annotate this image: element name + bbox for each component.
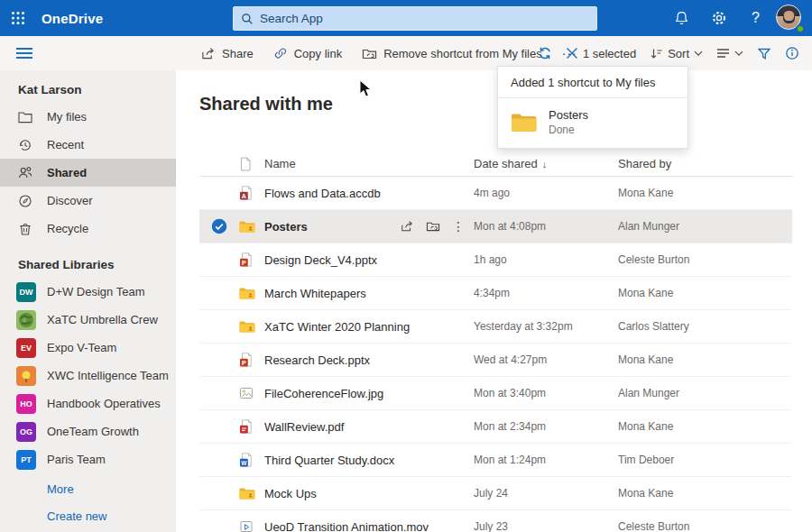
row-share-icon[interactable]	[400, 220, 414, 233]
toast-item-posters[interactable]: Posters Done	[498, 98, 687, 148]
shared-folder-icon	[239, 287, 264, 300]
file-shared-by: Mona Kane	[618, 187, 792, 199]
file-date: July 24	[474, 487, 618, 500]
settings-gear-icon[interactable]	[700, 0, 737, 36]
file-date: Mon at 4:08pm	[474, 220, 618, 233]
info-button[interactable]	[785, 46, 799, 60]
share-button[interactable]: Share	[200, 47, 254, 60]
toast-item-name: Posters	[549, 108, 588, 122]
file-row[interactable]: WallReview.pdf Mon at 2:34pm Mona Kane	[199, 410, 792, 444]
library-tile-initials: PT	[16, 450, 36, 470]
file-name: Third Quarter Study.docx	[264, 454, 394, 467]
topbar-right-icons: ?	[663, 0, 812, 36]
sidebar-item-discover[interactable]: Discover	[0, 187, 176, 215]
file-shared-by: Tim Deboer	[618, 454, 792, 466]
filter-button[interactable]	[757, 47, 771, 60]
toast-title: Added 1 shortcut to My files	[498, 67, 687, 98]
file-row[interactable]: Mock Ups July 24 Mona Kane	[199, 477, 792, 510]
file-list: Name Date shared↓ Shared by A Flows and …	[199, 151, 792, 532]
user-name: Kat Larson	[0, 78, 176, 103]
app-launcher-waffle-icon[interactable]	[0, 0, 36, 36]
library-paris-team[interactable]: PT Paris Team	[0, 445, 176, 473]
sort-descending-arrow: ↓	[542, 159, 548, 170]
file-date: Mon at 2:34pm	[474, 420, 618, 433]
search-input[interactable]	[260, 12, 589, 25]
file-date: 4m ago	[474, 187, 618, 199]
sort-icon	[650, 47, 663, 60]
account-avatar[interactable]	[776, 5, 803, 32]
library-tile-initials: OG	[16, 422, 36, 442]
history-clock-icon	[18, 138, 32, 152]
sidebar-item-my-files[interactable]: My files	[0, 103, 176, 131]
row-selected-checkmark[interactable]	[199, 218, 239, 234]
selected-count: 1 selected	[583, 47, 636, 60]
folder-icon	[18, 111, 32, 124]
shared-libraries-heading: Shared Libraries	[0, 252, 176, 278]
sidebar-item-recent[interactable]: Recent	[0, 131, 176, 159]
file-shared-by: Mona Kane	[618, 487, 792, 500]
row-shortcut-folder-icon[interactable]	[426, 220, 440, 233]
library-handbook-operatives[interactable]: HO Handbook Operatives	[0, 390, 176, 417]
file-row[interactable]: XaTC Winter 2020 Planning Yesterday at 3…	[199, 310, 792, 344]
row-more-vertical-icon[interactable]: ⋮	[452, 220, 465, 233]
library-tile-bulb-icon	[16, 366, 36, 386]
file-row-selected[interactable]: Posters ⋮	[199, 210, 792, 243]
more-link[interactable]: More	[0, 475, 176, 502]
file-row[interactable]: March Whitepapers 4:34pm Mona Kane	[199, 277, 792, 310]
sidebar-item-shared[interactable]: Shared	[0, 159, 176, 187]
powerpoint-file-icon: P	[239, 353, 264, 367]
main-content: Shared with me Name Date shared↓ Shared …	[176, 70, 812, 532]
library-xatc-umbrella-crew[interactable]: XaTC Umbrella Crew	[0, 306, 176, 334]
library-expo-v-team[interactable]: EV Expo V-Team	[0, 334, 176, 362]
file-name: WallReview.pdf	[264, 420, 344, 434]
column-header-name[interactable]: Name	[264, 157, 474, 170]
sidebar-item-recycle[interactable]: Recycle	[0, 215, 176, 243]
library-dw-design-team[interactable]: DW D+W Design Team	[0, 278, 176, 306]
row-hover-actions: ⋮	[400, 220, 474, 233]
list-view-icon	[716, 48, 730, 59]
column-header-date-shared[interactable]: Date shared↓	[474, 157, 618, 170]
app-title[interactable]: OneDrive	[42, 11, 103, 26]
library-tile-globe-icon	[16, 310, 36, 330]
file-row[interactable]: FileCoherenceFlow.jpg Mon at 3:40pm Alan…	[199, 377, 792, 410]
file-shared-by: Mona Kane	[618, 353, 792, 366]
file-row[interactable]: P Research Deck.pptx Wed at 4:27pm Mona …	[199, 344, 792, 377]
clear-selection-button[interactable]: 1 selected	[566, 47, 636, 60]
file-name: Flows and Data.accdb	[264, 187, 381, 200]
notifications-bell-icon[interactable]	[663, 0, 700, 36]
library-xwc-intelligence-team[interactable]: XWC Intelligence Team	[0, 362, 176, 390]
filter-funnel-icon	[757, 47, 771, 60]
left-navigation: Kat Larson My files Recent Shared Discov…	[0, 70, 176, 532]
file-name: March Whitepapers	[264, 287, 366, 300]
file-shared-by: Celeste Burton	[618, 520, 792, 532]
create-new-link[interactable]: Create new	[0, 502, 176, 529]
file-date: Mon at 1:24pm	[474, 454, 618, 466]
column-header-shared-by[interactable]: Shared by	[618, 157, 792, 170]
copy-link-button[interactable]: Copy link	[273, 46, 342, 60]
chevron-down-icon	[694, 50, 703, 57]
file-row[interactable]: P Design Deck_V4.pptx 1h ago Celeste Bur…	[199, 243, 792, 277]
library-oneteam-growth[interactable]: OG OneTeam Growth	[0, 417, 176, 445]
folder-shortcut-icon	[362, 47, 377, 60]
help-icon[interactable]: ?	[737, 0, 774, 36]
remove-shortcut-button[interactable]: Remove shortcut from My files	[362, 47, 542, 60]
file-row[interactable]: A Flows and Data.accdb 4m ago Mona Kane	[199, 177, 792, 210]
access-file-icon: A	[239, 186, 264, 200]
recycle-bin-icon	[18, 222, 32, 236]
people-icon	[18, 166, 32, 179]
file-date: July 23	[474, 520, 618, 532]
file-date: 4:34pm	[474, 287, 618, 299]
powerpoint-file-icon: P	[239, 252, 264, 267]
share-icon	[200, 47, 216, 60]
view-options-button[interactable]	[716, 48, 743, 59]
search-box[interactable]	[233, 6, 597, 31]
file-row[interactable]: UeoD Transition Animation.mov July 23 Ce…	[199, 510, 792, 532]
shortcut-added-toast: Added 1 shortcut to My files Posters Don…	[497, 66, 688, 149]
sort-button[interactable]: Sort	[650, 47, 703, 60]
file-shared-by: Carlos Slattery	[618, 320, 792, 333]
refresh-button[interactable]	[538, 46, 552, 60]
file-row[interactable]: W Third Quarter Study.docx Mon at 1:24pm…	[199, 444, 792, 477]
library-tile-initials: EV	[16, 338, 36, 358]
hamburger-menu-icon[interactable]	[14, 44, 34, 62]
compass-icon	[18, 194, 32, 208]
